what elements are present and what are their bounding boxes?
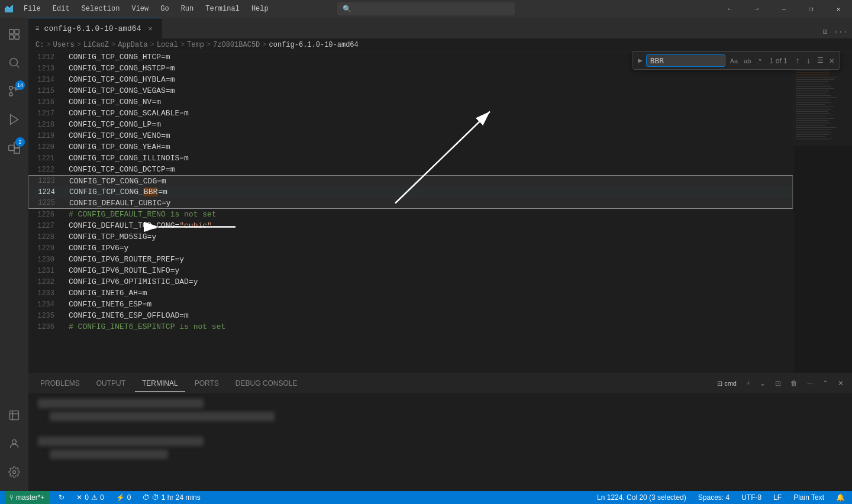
breadcrumb-users[interactable]: Users [53,41,75,49]
menu-help[interactable]: Help [246,2,275,15]
menu-selection[interactable]: Selection [76,2,126,15]
line-number: 1219 [28,132,64,140]
language-indicator[interactable]: Plain Text [791,491,827,504]
match-word-button[interactable]: ab [741,57,753,65]
line-number: 1222 [28,166,64,174]
no-tests-indicator[interactable]: ⚡ 0 [114,491,134,504]
menu-go[interactable]: Go [154,2,175,15]
nav-back-button[interactable]: ← [716,0,743,18]
minimize-button[interactable]: — [770,0,798,18]
line-code: CONFIG_IPV6_ROUTE_INFO=y [64,266,179,275]
global-search-bar[interactable]: 🔍 [337,2,515,15]
table-row: 1219CONFIG_TCP_CONG_VENO=m [28,130,793,141]
line-code: CONFIG_DEFAULT_CUBIC=y [64,199,171,208]
menu-view[interactable]: View [125,2,154,15]
line-code: CONFIG_TCP_CONG_SCALABLE=m [64,109,189,118]
find-prev-button[interactable]: ↑ [793,55,802,67]
git-branch-indicator[interactable]: ⑂ master*+ [5,491,49,504]
line-code: CONFIG_TCP_CONG_VENO=m [64,131,170,140]
activity-explorer[interactable] [0,20,28,49]
find-input[interactable] [650,56,721,65]
table-row: 1216CONFIG_TCP_CONG_NV=m [28,96,793,108]
svg-point-13 [12,440,17,444]
activity-account[interactable] [0,429,28,458]
match-case-button[interactable]: Aa [728,57,740,65]
activity-bar: 14 2 [0,18,28,491]
encoding-indicator[interactable]: UTF-8 [739,491,764,504]
line-code: CONFIG_TCP_CONG_VEGAS=m [64,86,175,95]
panel-tab-ports[interactable]: PORTS [188,376,226,391]
find-next-button[interactable]: ↓ [804,55,812,67]
breadcrumb-file[interactable]: config-6.1.0-10-amd64 [269,41,359,49]
breadcrumb-hash[interactable]: 7zO801BAC5D [213,41,260,49]
table-row: 1228CONFIG_TCP_MD5SIG=y [28,231,793,243]
menu-file[interactable]: File [18,2,47,15]
panel-add-terminal-button[interactable]: + [743,378,754,389]
sync-button[interactable]: ↻ [56,491,67,504]
panel-tab-terminal[interactable]: TERMINAL [135,376,185,392]
line-ending-indicator[interactable]: LF [771,491,784,504]
panel-close-button[interactable]: ✕ [834,378,847,389]
line-number: 1214 [28,76,64,84]
breadcrumb-licaoz[interactable]: LiCaoZ [83,41,109,49]
tab-close-button[interactable]: ✕ [146,23,154,34]
activity-settings[interactable] [0,458,28,486]
activity-debug[interactable] [0,105,28,134]
panel-split-button[interactable]: ⊡ [772,378,785,389]
warning-count: 0 [100,493,104,502]
activity-remote[interactable] [0,401,28,429]
line-number: 1225 [29,199,64,207]
table-row: 1231CONFIG_IPV6_ROUTE_INFO=y [28,265,793,276]
panel-tab-problems[interactable]: PROBLEMS [33,376,87,391]
line-number: 1218 [28,121,64,129]
panel-kill-button[interactable]: 🗑 [787,378,801,389]
panel-split-terminal-button[interactable]: ⌄ [756,378,769,389]
menu-terminal[interactable]: Terminal [199,2,246,15]
notifications-button[interactable]: 🔔 [834,491,847,504]
more-actions-button[interactable]: ··· [834,25,847,38]
indentation-indicator[interactable]: Spaces: 4 [696,491,732,504]
minimap [793,51,852,373]
activity-source-control[interactable]: 14 [0,77,28,105]
close-button[interactable]: ✕ [825,0,852,18]
line-number: 1216 [28,98,64,106]
breadcrumb-c[interactable]: C: [36,41,44,49]
line-code: CONFIG_IPV6=y [64,244,128,253]
svg-rect-0 [9,30,14,34]
breadcrumb-temp[interactable]: Temp [187,41,204,49]
cursor-position[interactable]: Ln 1224, Col 20 (3 selected) [595,491,689,504]
find-widget: ▶ Aa ab .* 1 of 1 ↑ ↓ ☰ ✕ [632,51,840,70]
editor-content: 1212CONFIG_TCP_CONG_HTCP=m1213CONFIG_TCP… [28,51,852,373]
activity-search[interactable] [0,49,28,77]
code-lines[interactable]: 1212CONFIG_TCP_CONG_HTCP=m1213CONFIG_TCP… [28,51,793,373]
table-row: 1230CONFIG_IPV6_ROUTER_PREF=y [28,254,793,265]
line-code: CONFIG_TCP_CONG_DCTCP=m [64,165,175,174]
activity-extensions[interactable]: 2 [0,134,28,162]
editor-tab[interactable]: ≡ config-6.1.0-10-amd64 ✕ [28,18,162,38]
errors-indicator[interactable]: ✕ 0 ⚠ 0 [74,491,106,504]
breadcrumb-local[interactable]: Local [157,41,178,49]
use-regex-button[interactable]: .* [754,57,763,65]
nav-forward-button[interactable]: → [743,0,770,18]
menu-edit[interactable]: Edit [47,2,76,15]
panel-tab-debug-console[interactable]: DEBUG CONSOLE [228,376,305,391]
line-number: 1213 [28,64,64,73]
sync-icon: ↻ [59,493,64,502]
find-close-button[interactable]: ✕ [828,54,836,67]
line-code: CONFIG_TCP_CONG_ILLINOIS=m [64,154,189,163]
panel-more-button[interactable]: ··· [803,378,816,389]
table-row: 1229CONFIG_IPV6=y [28,243,793,254]
line-number: 1235 [28,312,64,320]
panel-maximize-button[interactable]: ⌃ [819,378,832,389]
breadcrumb-appdata[interactable]: AppData [118,41,147,49]
menu-run[interactable]: Run [175,2,200,15]
find-more-button[interactable]: ☰ [815,55,825,66]
restore-button[interactable]: ❐ [798,0,825,18]
language-text: Plain Text [793,493,824,502]
time-indicator: ⏱ ⏱ 1 hr 24 mins [140,491,202,504]
panel-tab-output[interactable]: OUTPUT [89,376,133,391]
split-editor-button[interactable]: ⊡ [819,25,832,38]
find-expand-button[interactable]: ▶ [637,55,643,66]
table-row: 1235CONFIG_INET6_ESP_OFFLOAD=m [28,310,793,321]
global-search-input[interactable] [355,5,509,13]
